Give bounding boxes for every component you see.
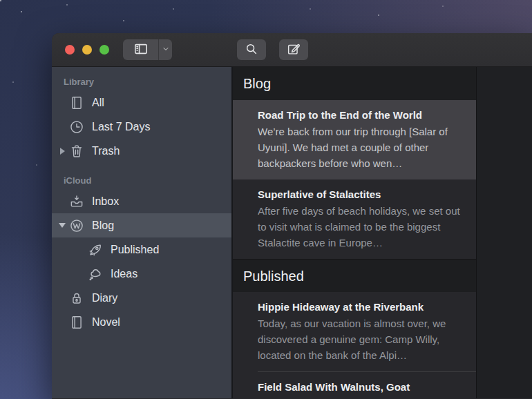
group-header-label: Published — [243, 269, 304, 284]
sidebar-item-label: Blog — [92, 220, 114, 232]
book-icon — [68, 314, 85, 331]
close-button[interactable] — [65, 45, 75, 55]
group-header-label: Blog — [243, 76, 271, 91]
entry-title: Superlative of Stalactites — [258, 188, 464, 200]
wordpress-icon — [68, 217, 85, 234]
sidebar-item-label: Diary — [92, 292, 117, 304]
sidebar-item-ideas[interactable]: Ideas — [52, 262, 231, 286]
sidebar-item-label: All — [92, 97, 104, 109]
lock-icon — [68, 290, 85, 306]
list-entry-road-trip[interactable]: Road Trip to the End of the World We’re … — [233, 100, 476, 179]
thought-cloud-icon — [87, 266, 104, 282]
sidebar-item-last-7-days[interactable]: Last 7 Days — [52, 115, 231, 139]
sheet-list: Blog Road Trip to the End of the World W… — [233, 67, 477, 398]
sidebar-panel-icon — [133, 41, 149, 59]
zoom-button[interactable] — [99, 45, 109, 55]
sidebar: Library All — [52, 67, 233, 398]
sidebar-item-label: Last 7 Days — [92, 121, 150, 133]
sidebar-item-label: Inbox — [92, 195, 119, 208]
book-icon — [68, 95, 85, 111]
sidebar-toggle-button[interactable] — [123, 39, 158, 60]
trash-icon — [68, 143, 85, 159]
sidebar-item-label: Trash — [92, 145, 120, 157]
sidebar-toggle-group — [123, 39, 172, 60]
sidebar-section-library: Library — [52, 74, 231, 90]
sidebar-item-label: Novel — [92, 316, 120, 329]
sidebar-section-icloud: iCloud — [52, 173, 231, 189]
chevron-down-icon — [161, 44, 171, 56]
list-group-header-blog: Blog — [233, 67, 476, 100]
titlebar[interactable] — [52, 33, 532, 67]
minimize-button[interactable] — [82, 45, 92, 55]
entry-title: Hippie Hideaway at the Riverbank — [258, 301, 464, 313]
editor-pane[interactable] — [477, 67, 532, 398]
rocket-icon — [87, 242, 104, 258]
inbox-icon — [68, 193, 85, 210]
entry-title: Field Salad With Walnuts, Goat — [258, 381, 464, 393]
disclosure-collapsed-icon[interactable] — [56, 148, 68, 155]
sidebar-item-all[interactable]: All — [52, 90, 231, 115]
sidebar-item-inbox[interactable]: Inbox — [52, 189, 231, 213]
wallpaper-stars — [0, 0, 1, 1]
sidebar-item-published[interactable]: Published — [52, 237, 231, 262]
sidebar-item-diary[interactable]: Diary — [52, 286, 231, 310]
sidebar-item-trash[interactable]: Trash — [52, 139, 231, 163]
list-entry-hippie-hideaway[interactable]: Hippie Hideaway at the Riverbank Today, … — [233, 292, 476, 371]
list-entry-superlative[interactable]: Superlative of Stalactites After five da… — [233, 179, 476, 259]
clock-icon — [68, 119, 85, 135]
compose-button[interactable] — [279, 39, 308, 60]
list-entry-field-salad[interactable]: Field Salad With Walnuts, Goat — [233, 372, 476, 398]
sidebar-options-dropdown[interactable] — [159, 39, 172, 60]
list-group-header-published: Published — [233, 259, 476, 292]
disclosure-expanded-icon[interactable] — [56, 223, 68, 228]
compose-icon — [286, 41, 301, 59]
sidebar-item-novel[interactable]: Novel — [52, 310, 231, 334]
entry-preview: We’re back from our trip through [Salar … — [258, 124, 462, 171]
window-content: Library All — [52, 67, 532, 398]
traffic-lights — [65, 45, 109, 55]
entry-preview: Today, as our vacation is almost over, w… — [258, 315, 462, 363]
sidebar-item-label: Published — [111, 244, 159, 256]
sidebar-item-label: Ideas — [111, 268, 137, 280]
entry-preview: After five days of beach holidays, we se… — [258, 203, 462, 251]
app-window: Library All — [52, 33, 532, 399]
desktop-wallpaper: Library All — [0, 0, 532, 399]
entry-title: Road Trip to the End of the World — [258, 109, 464, 121]
search-icon — [244, 41, 259, 59]
sidebar-item-blog[interactable]: Blog — [52, 213, 231, 237]
search-button[interactable] — [237, 39, 266, 60]
